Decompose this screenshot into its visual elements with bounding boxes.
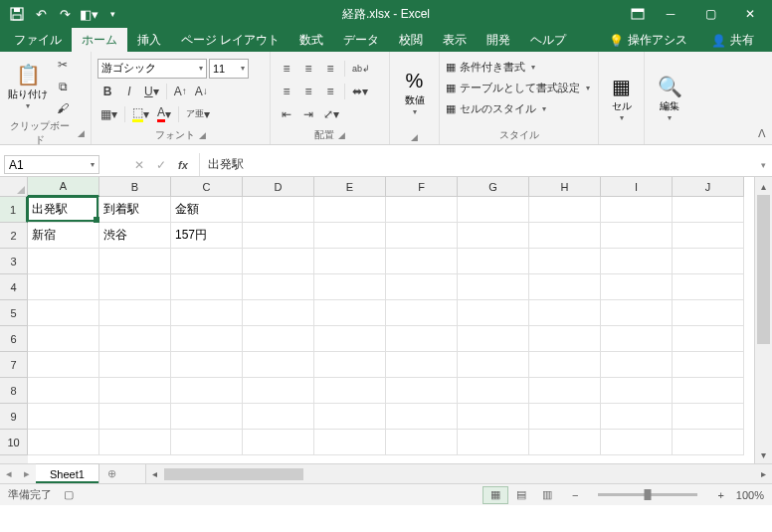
insert-function-button[interactable]: fx: [173, 155, 193, 175]
format-painter-button[interactable]: 🖌: [53, 98, 73, 118]
fill-color-button[interactable]: ⬚▾: [129, 104, 152, 124]
dialog-launcher-icon[interactable]: ◢: [78, 128, 85, 138]
row-header[interactable]: 6: [0, 326, 28, 352]
scroll-left-button[interactable]: ◂: [146, 468, 164, 479]
tab-view[interactable]: 表示: [433, 28, 477, 52]
bold-button[interactable]: B: [97, 82, 117, 101]
cell[interactable]: [601, 352, 673, 378]
align-middle-button[interactable]: ≡: [298, 59, 318, 79]
cell[interactable]: [171, 404, 243, 430]
cell[interactable]: [28, 378, 99, 404]
cell[interactable]: [458, 326, 529, 352]
scroll-up-button[interactable]: ▴: [755, 177, 772, 195]
cell[interactable]: [458, 300, 529, 326]
ribbon-display-icon[interactable]: [627, 0, 649, 28]
underline-button[interactable]: U▾: [141, 82, 162, 101]
column-header[interactable]: J: [673, 177, 744, 197]
align-right-button[interactable]: ≡: [320, 82, 340, 101]
row-header[interactable]: 10: [0, 430, 28, 455]
column-header[interactable]: I: [601, 177, 673, 197]
font-color-button[interactable]: A▾: [154, 104, 174, 124]
wrap-text-button[interactable]: ab↲: [349, 59, 373, 79]
cell[interactable]: 新宿: [28, 223, 99, 249]
cell[interactable]: [99, 404, 171, 430]
cell[interactable]: 到着駅: [99, 197, 171, 223]
format-as-table-button[interactable]: ▦テーブルとして書式設定▾: [446, 80, 590, 96]
cell[interactable]: [243, 378, 314, 404]
touch-mode-icon[interactable]: ◧▾: [78, 3, 99, 25]
cell[interactable]: 出発駅: [28, 197, 99, 223]
scroll-right-button[interactable]: ▸: [754, 468, 772, 479]
name-box[interactable]: A1▾: [4, 155, 99, 174]
maximize-button[interactable]: ▢: [692, 0, 728, 28]
cell[interactable]: [529, 326, 601, 352]
cell[interactable]: [529, 430, 601, 455]
cell[interactable]: [458, 197, 529, 223]
tab-data[interactable]: データ: [333, 28, 389, 52]
cell[interactable]: [171, 300, 243, 326]
scroll-down-button[interactable]: ▾: [755, 445, 772, 463]
cell[interactable]: [243, 326, 314, 352]
row-header[interactable]: 2: [0, 223, 28, 249]
sheet-nav-next[interactable]: ▸: [18, 464, 36, 483]
editing-button[interactable]: 🔍 編集 ▾: [651, 55, 688, 141]
cell[interactable]: [171, 378, 243, 404]
cell[interactable]: [243, 300, 314, 326]
close-button[interactable]: ✕: [732, 0, 768, 28]
cell[interactable]: [28, 249, 99, 274]
cell[interactable]: [673, 274, 744, 300]
zoom-out-button[interactable]: −: [572, 489, 578, 501]
cell[interactable]: [28, 430, 99, 455]
cell[interactable]: [171, 249, 243, 274]
row-header[interactable]: 1: [0, 197, 28, 223]
row-header[interactable]: 3: [0, 249, 28, 274]
sheet-tab[interactable]: Sheet1: [36, 463, 99, 483]
tell-me-button[interactable]: 💡操作アシス: [599, 28, 697, 52]
cell[interactable]: 金額: [171, 197, 243, 223]
sheet-nav-prev[interactable]: ◂: [0, 464, 18, 483]
cell[interactable]: [601, 300, 673, 326]
tab-file[interactable]: ファイル: [4, 28, 72, 52]
cell[interactable]: [386, 249, 458, 274]
cell[interactable]: [314, 197, 386, 223]
formula-input[interactable]: 出発駅: [200, 153, 754, 176]
column-header[interactable]: E: [314, 177, 386, 197]
cell[interactable]: [601, 326, 673, 352]
select-all-button[interactable]: [0, 177, 28, 197]
cell[interactable]: [28, 274, 99, 300]
cells-area[interactable]: 出発駅到着駅金額新宿渋谷157円: [28, 197, 744, 463]
cell[interactable]: [314, 249, 386, 274]
copy-button[interactable]: ⧉: [53, 77, 73, 96]
align-top-button[interactable]: ≡: [277, 59, 296, 79]
cell[interactable]: [99, 274, 171, 300]
cell-styles-button[interactable]: ▦セルのスタイル▾: [446, 100, 590, 117]
cell[interactable]: [243, 404, 314, 430]
minimize-button[interactable]: ─: [653, 0, 688, 28]
cell[interactable]: [243, 197, 314, 223]
dialog-launcher-icon[interactable]: ◢: [199, 130, 206, 140]
qat-customize-icon[interactable]: ▾: [101, 3, 123, 25]
cell[interactable]: [673, 300, 744, 326]
cell[interactable]: [673, 249, 744, 274]
cell[interactable]: [529, 249, 601, 274]
borders-button[interactable]: ▦▾: [97, 104, 120, 124]
cell[interactable]: [28, 300, 99, 326]
cell[interactable]: [386, 404, 458, 430]
tab-formulas[interactable]: 数式: [290, 28, 333, 52]
cell[interactable]: [529, 378, 601, 404]
cell[interactable]: [673, 352, 744, 378]
cell[interactable]: [458, 274, 529, 300]
expand-formula-bar-button[interactable]: ▾: [754, 153, 772, 176]
cell[interactable]: [458, 430, 529, 455]
orientation-button[interactable]: ⤢▾: [320, 104, 342, 124]
row-header[interactable]: 7: [0, 352, 28, 378]
cell[interactable]: [601, 274, 673, 300]
cell[interactable]: [314, 430, 386, 455]
cell[interactable]: [386, 197, 458, 223]
number-format-button[interactable]: % 数値 ▾: [396, 55, 433, 131]
cell[interactable]: [673, 404, 744, 430]
cell[interactable]: [99, 430, 171, 455]
page-layout-view-button[interactable]: ▤: [508, 486, 534, 504]
tab-help[interactable]: ヘルプ: [520, 28, 576, 52]
cell[interactable]: [601, 378, 673, 404]
